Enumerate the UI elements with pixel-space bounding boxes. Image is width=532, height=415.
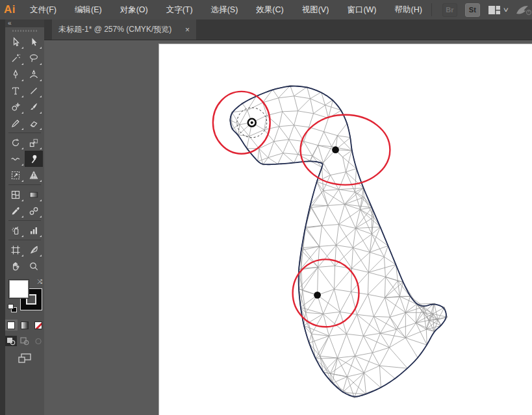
screen-mode-icon [18,353,32,364]
tool-lasso[interactable] [25,50,43,66]
tool-free-transform[interactable] [6,167,25,183]
tool-gradient[interactable] [25,186,43,203]
panel-header: « [5,19,44,27]
document-tabbar: 未标题-1* @ 257% (CMYK/预览) × [44,19,532,40]
tool-perspective-grid[interactable] [25,167,43,183]
draw-normal-button[interactable] [5,336,17,346]
none-button[interactable] [32,320,44,331]
drawing-mode-buttons [5,336,44,346]
tool-type[interactable] [6,82,25,99]
main-menu: 文件(F) 编辑(E) 对象(O) 文字(T) 选择(S) 效果(C) 视图(V… [21,0,431,20]
default-fill-stroke-icon[interactable] [8,304,17,312]
toolbar-separator [8,132,41,133]
menu-select[interactable]: 选择(S) [202,0,247,20]
menu-type[interactable]: 文字(T) [157,0,202,20]
menu-file[interactable]: 文件(F) [21,0,66,20]
swap-fill-stroke-icon[interactable]: ⤨ [37,278,42,286]
toolbar-separator [8,220,41,221]
bridge-button[interactable]: Br [442,3,457,17]
tool-scale[interactable] [25,134,43,151]
fill-color-swatch[interactable] [8,279,29,299]
tool-eraser[interactable] [25,115,43,131]
draw-behind-button[interactable] [19,336,31,346]
tool-symbol-sprayer[interactable] [6,222,25,238]
tool-puppet-warp[interactable] [25,151,43,167]
canvas-area [44,40,532,415]
color-button[interactable] [5,320,18,331]
workspace-switcher[interactable]: ˅ [488,5,508,15]
fill-type-buttons [5,320,44,331]
tool-pencil[interactable] [6,115,25,131]
document-tab-title: 未标题-1* @ 257% (CMYK/预览) [58,24,179,35]
tool-direct-selection[interactable] [25,34,43,50]
tool-column-graph[interactable] [25,222,43,238]
tool-slice[interactable] [25,242,43,258]
artboard[interactable] [158,44,532,415]
document-tab[interactable]: 未标题-1* @ 257% (CMYK/预览) × [52,19,196,40]
mesh-boundary [230,86,447,397]
tool-blend[interactable] [25,203,43,219]
color-swatches: ⤨ [5,278,44,316]
stock-button[interactable]: St [465,3,480,17]
tool-curvature[interactable] [25,66,43,82]
tool-width[interactable] [6,151,25,167]
collapse-panel-icon[interactable]: « [8,19,12,27]
tool-eyedropper[interactable] [6,203,25,219]
tool-zoom[interactable] [25,258,43,274]
draw-inside-button[interactable] [32,336,44,346]
workspace-layout-icon [488,5,501,15]
tool-shaper[interactable] [6,99,25,115]
tool-paintbrush[interactable] [25,99,43,115]
artwork-svg[interactable] [159,44,532,415]
tool-artboard[interactable] [6,242,25,258]
illustrator-logo: Ai [4,1,16,18]
menu-effect[interactable]: 效果(C) [247,0,292,20]
screen-mode-button[interactable] [5,353,44,364]
tool-magic-wand[interactable] [6,50,25,66]
chevron-down-icon: ˅ [503,6,509,14]
menu-edit[interactable]: 编辑(E) [66,0,111,20]
toolbar-separator [8,184,41,185]
launcher-rocket-icon[interactable] [516,4,532,16]
menu-help[interactable]: 帮助(H) [386,0,431,20]
tool-line-segment[interactable] [25,82,43,99]
panel-grip[interactable] [12,30,37,32]
tool-rotate[interactable] [6,134,25,151]
warp-mesh [230,86,447,397]
tool-selection[interactable] [6,34,25,50]
tools-panel: « [0,19,44,415]
tool-mesh[interactable] [6,186,25,203]
annotation-circle [213,92,270,154]
menubar-divider [431,3,432,16]
gradient-button[interactable] [19,320,31,331]
toolbar-separator [8,240,41,240]
tab-close-icon[interactable]: × [185,26,190,34]
puppet-pin[interactable] [332,146,339,153]
menu-object[interactable]: 对象(O) [111,0,157,20]
puppet-pin-center-dot [251,121,253,124]
puppet-pin[interactable] [314,292,321,299]
menu-window[interactable]: 窗口(W) [338,0,385,20]
tool-pen[interactable] [6,66,25,82]
menu-view[interactable]: 视图(V) [293,0,338,20]
vector-path[interactable] [231,86,446,397]
tool-hand[interactable] [6,258,25,274]
menubar: Ai 文件(F) 编辑(E) 对象(O) 文字(T) 选择(S) 效果(C) 视… [0,0,532,19]
tools-grid [5,34,44,274]
